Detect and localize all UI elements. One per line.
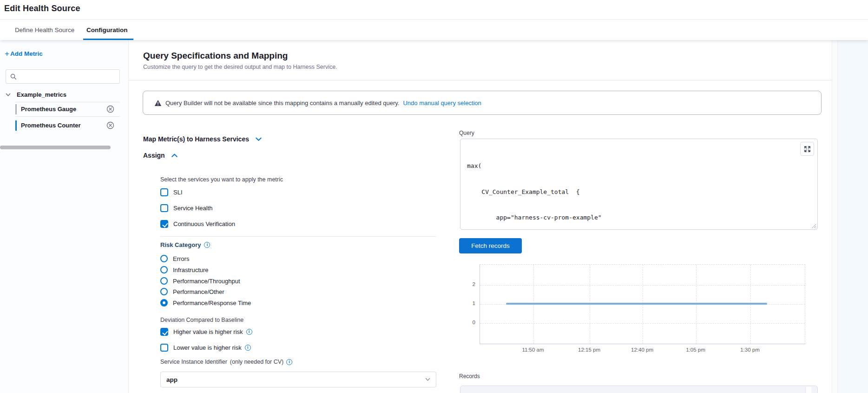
metric-item-prometheus-counter[interactable]: Prometheus Counter [0, 119, 120, 133]
x-axis-tick: 1:30 pm [731, 347, 769, 353]
metric-group-name: Example_metrics [17, 91, 66, 98]
performance-other-radio[interactable] [160, 288, 168, 295]
chevron-down-icon[interactable] [6, 92, 11, 97]
checkbox-label: Service Health [173, 205, 213, 212]
y-axis-tick: 2 [459, 281, 475, 287]
records-label: Records [459, 373, 480, 380]
info-icon[interactable] [245, 345, 251, 351]
warning-icon [154, 100, 162, 107]
radio-row-errors[interactable]: Errors [160, 255, 189, 262]
checkbox-row-sli[interactable]: SLI [160, 188, 183, 196]
fetch-records-button[interactable]: Fetch records [459, 238, 522, 253]
plus-icon: + [5, 51, 9, 57]
undo-manual-query-link[interactable]: Undo manual query selection [403, 100, 481, 107]
series-line [506, 303, 767, 305]
warning-message: Query Builder will not be available sinc… [165, 100, 399, 107]
add-metric-label: Add Metric [10, 50, 43, 57]
service-instance-text: Service Instance Identifier [160, 359, 227, 365]
radio-label: Infrastructure [173, 266, 209, 273]
records-scrollbar-track[interactable] [805, 386, 811, 393]
errors-radio[interactable] [160, 255, 168, 262]
radio-label: Performance/Throughput [173, 278, 240, 285]
delete-metric-icon[interactable] [106, 105, 114, 113]
risk-category-text: Risk Category [160, 241, 201, 248]
metric-item-prometheus-gauge[interactable]: Prometheus Gauge [0, 102, 120, 116]
main-vertical-scrollbar-track[interactable] [832, 40, 838, 393]
metric-group-row[interactable]: Example_metrics [0, 88, 120, 100]
metric-item-indicator [15, 104, 17, 114]
metric-item-indicator [15, 120, 17, 131]
radio-label: Performance/Response Time [173, 300, 251, 306]
x-axis-tick: 1:05 pm [677, 347, 714, 353]
assign-section-header[interactable]: Assign [143, 152, 178, 159]
page-header: Edit Health Source [0, 0, 868, 20]
sidebar-horizontal-scrollbar[interactable] [0, 146, 111, 149]
records-panel [460, 386, 818, 393]
query-textarea[interactable]: max( CV_Counter_Example_total { app="har… [460, 139, 818, 230]
search-icon [10, 73, 17, 80]
metric-item-label: Prometheus Gauge [21, 106, 76, 113]
checkbox-label: Higher value is higher risk [173, 328, 243, 335]
sli-checkbox[interactable] [160, 188, 168, 196]
manual-query-warning-banner: Query Builder will not be available sinc… [143, 91, 822, 115]
fullscreen-icon [804, 146, 811, 153]
query-line: max( [467, 162, 602, 171]
higher-value-checkbox[interactable] [160, 328, 168, 336]
tab-define-health-source[interactable]: Define Health Source [15, 20, 74, 40]
service-instance-dropdown[interactable]: app [160, 372, 436, 387]
x-axis-tick: 11:50 am [514, 347, 552, 353]
divider [160, 236, 436, 237]
radio-label: Errors [173, 255, 189, 262]
x-axis-tick: 12:15 pm [571, 347, 608, 353]
textarea-resize-handle[interactable] [811, 223, 816, 228]
info-icon[interactable] [204, 242, 210, 248]
radio-row-performance-response-time[interactable]: Performance/Response Time [160, 299, 251, 306]
query-label: Query [459, 130, 474, 136]
y-axis-tick: 1 [459, 300, 475, 306]
map-metrics-section-header[interactable]: Map Metric(s) to Harness Services [143, 135, 262, 143]
chevron-down-icon [425, 378, 430, 381]
risk-category-label: Risk Category [160, 241, 210, 248]
checkbox-row-lower-risk[interactable]: Lower value is higher risk [160, 344, 251, 352]
performance-response-time-radio[interactable] [160, 299, 168, 306]
performance-throughput-radio[interactable] [160, 277, 168, 285]
checkbox-row-service-health[interactable]: Service Health [160, 204, 213, 212]
query-results-chart: 2 1 0 11:50 am 12:15 pm 12:40 pm 1:05 pm… [458, 260, 818, 356]
page-title: Edit Health Source [4, 4, 80, 13]
continuous-verification-checkbox[interactable] [160, 220, 168, 228]
info-icon[interactable] [246, 329, 252, 335]
tab-configuration[interactable]: Configuration [86, 20, 127, 40]
radio-row-performance-throughput[interactable]: Performance/Throughput [160, 277, 240, 285]
chart-plot-area [480, 264, 805, 344]
query-line: CV_Counter_Example_total { [467, 188, 602, 197]
radio-label: Performance/Other [173, 288, 224, 295]
services-label: Select the services you want to apply th… [160, 176, 283, 183]
section-subtitle: Customize the query to get the desired o… [143, 64, 337, 70]
checkbox-label: SLI [173, 189, 183, 196]
chevron-up-icon[interactable] [171, 152, 178, 159]
divider [15, 116, 120, 117]
y-axis-tick: 0 [459, 320, 475, 325]
checkbox-row-continuous-verification[interactable]: Continuous Verification [160, 220, 235, 228]
delete-metric-icon[interactable] [106, 121, 114, 129]
x-axis-tick: 12:40 pm [624, 347, 661, 353]
active-tab-underline [83, 39, 133, 40]
radio-row-infrastructure[interactable]: Infrastructure [160, 266, 209, 273]
service-health-checkbox[interactable] [160, 204, 168, 212]
info-icon[interactable] [286, 359, 292, 365]
expand-query-button[interactable] [800, 142, 814, 156]
lower-value-checkbox[interactable] [160, 344, 168, 352]
service-instance-label: Service Instance Identifier (only needed… [160, 359, 292, 365]
infrastructure-radio[interactable] [160, 266, 168, 273]
edit-health-source-screen: Edit Health Source Define Health Source … [0, 0, 868, 393]
checkbox-row-higher-risk[interactable]: Higher value is higher risk [160, 328, 252, 336]
divider [129, 80, 832, 80]
add-metric-button[interactable]: + Add Metric [5, 50, 43, 57]
checkbox-label: Lower value is higher risk [173, 344, 242, 351]
metrics-sidebar: + Add Metric Example_metrics Prometheus … [0, 40, 129, 393]
metric-search-input[interactable] [6, 69, 120, 84]
radio-row-performance-other[interactable]: Performance/Other [160, 288, 224, 295]
chevron-down-icon[interactable] [255, 136, 262, 143]
service-instance-note: (only needed for CV) [230, 359, 283, 365]
dropdown-value: app [166, 376, 178, 383]
